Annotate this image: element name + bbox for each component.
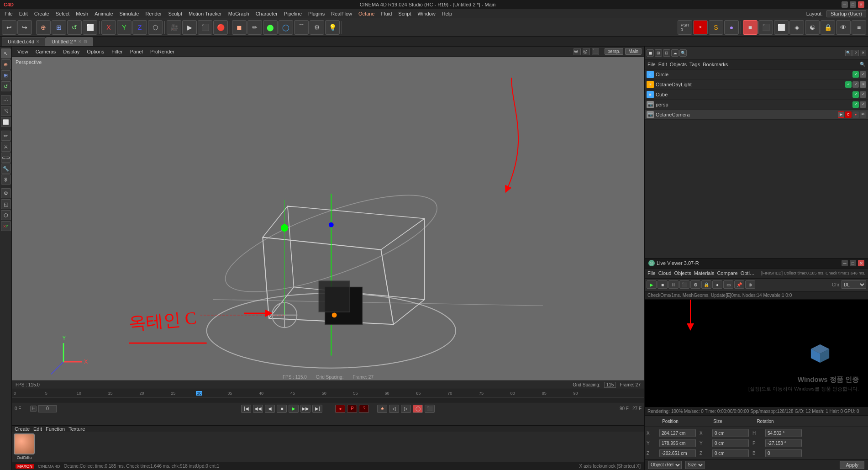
menu-fluid[interactable]: Fluid — [378, 10, 395, 17]
vp-prorender-menu[interactable]: ProRender — [147, 48, 177, 55]
plugin-btn[interactable]: ● — [724, 20, 739, 35]
y-axis[interactable]: Y — [117, 20, 132, 35]
menu-simulate[interactable]: Simulate — [117, 10, 142, 17]
lv-play-btn[interactable]: ▶ — [647, 280, 657, 289]
menu-window[interactable]: Window — [415, 10, 438, 17]
menu-script[interactable]: Script — [395, 10, 414, 17]
lt-bridge[interactable]: ⊂⊃ — [1, 153, 11, 163]
lt-magnet[interactable]: 🔧 — [1, 164, 11, 174]
mat-function[interactable]: Function — [46, 426, 65, 432]
render-region-btn[interactable]: ⬛ — [198, 20, 212, 35]
menu-plugins[interactable]: Plugins — [305, 10, 327, 17]
keyframe-del[interactable]: ◯ — [413, 405, 423, 413]
lv-compare-menu[interactable]: Compare — [717, 270, 737, 276]
lt-paint2[interactable]: ◱ — [1, 199, 11, 209]
persp-badge2[interactable]: ✓ — [860, 101, 866, 108]
menu-character[interactable]: Character — [253, 10, 280, 17]
lv-channel-select[interactable]: DL Beauty — [842, 280, 866, 289]
tab2-close[interactable]: ✕ — [78, 39, 82, 44]
camera-btn[interactable]: 🎥 — [167, 20, 181, 35]
material-item[interactable]: OctDiffu — [14, 433, 35, 460]
light-btn[interactable]: 💡 — [325, 20, 340, 35]
lv-sphere-btn[interactable]: ● — [712, 280, 722, 289]
tab-untitled2[interactable]: Untitled 2 * ✕ ⊟ — [46, 37, 93, 46]
lt-knife[interactable]: ⚔ — [1, 142, 11, 152]
dl-badge1[interactable]: ✓ — [845, 81, 852, 88]
menu-animate[interactable]: Animate — [92, 10, 116, 17]
menu-render[interactable]: Render — [142, 10, 164, 17]
lv-rect-btn[interactable]: ▭ — [723, 280, 733, 289]
camera-badge[interactable]: persp. — [605, 48, 624, 55]
redo-button[interactable]: ↪ — [17, 20, 32, 35]
tab-untitled1[interactable]: Untitled.c4d ✕ — [2, 37, 46, 46]
octcam-badge4[interactable]: 👁 — [860, 111, 866, 118]
lt-axes[interactable]: XY — [1, 221, 11, 231]
select-all-tool[interactable]: ⬜ — [83, 20, 97, 35]
y-size-input[interactable] — [712, 439, 749, 447]
obj-search-icon[interactable]: 🔍 — [845, 50, 852, 56]
more-btn[interactable]: ≡ — [852, 20, 866, 35]
lv-file-menu[interactable]: File — [647, 270, 656, 276]
menu-select[interactable]: Select — [53, 10, 73, 17]
cube-mode[interactable]: ◼ — [232, 20, 247, 35]
maximize-button[interactable]: □ — [850, 1, 856, 8]
lv-pin-btn[interactable]: 📌 — [734, 280, 744, 289]
main-badge[interactable]: Main — [625, 48, 642, 55]
lt-select[interactable]: ↖ — [1, 48, 11, 58]
lv-stop-btn[interactable]: ■ — [658, 280, 668, 289]
obj-search-btn[interactable]: 🔍 — [860, 62, 865, 67]
obj-tb3[interactable]: ⊟ — [663, 49, 670, 57]
spline-btn[interactable]: ⌒ — [294, 20, 309, 35]
object-mode-select[interactable]: Object (Rel — [648, 461, 682, 469]
octcam-badge1[interactable]: ▶ — [838, 111, 844, 118]
menu-octane[interactable]: Octane — [356, 10, 377, 17]
scale-tool[interactable]: ⊞ — [52, 20, 66, 35]
coord-system[interactable]: PSR0 — [678, 20, 692, 35]
lt-paint1[interactable]: ⚙ — [1, 188, 11, 198]
paint-btn[interactable]: ✏ — [247, 20, 262, 35]
lt-scale[interactable]: ⊞ — [1, 70, 11, 80]
obj-objects-menu[interactable]: Objects — [670, 62, 687, 67]
lv-minimize[interactable]: ─ — [842, 260, 848, 266]
y-rot-input[interactable] — [765, 439, 802, 447]
layout-dropdown[interactable]: Startup (User) — [826, 10, 866, 17]
record-pos[interactable]: P — [347, 405, 357, 413]
solo-btn[interactable]: ☯ — [805, 20, 820, 35]
vp-icon3[interactable]: ⬛ — [592, 48, 599, 55]
lv-settings-btn[interactable]: ⚙ — [690, 280, 700, 289]
tab1-close[interactable]: ✕ — [36, 39, 40, 44]
octcam-badge2[interactable]: C — [845, 111, 852, 118]
apply-button[interactable]: Apply — [840, 461, 864, 469]
material-swatch[interactable] — [14, 433, 35, 454]
edge-mode[interactable]: ⬛ — [758, 20, 773, 35]
lt-edges[interactable]: ◹ — [1, 106, 11, 116]
auto-key[interactable]: ⬛ — [425, 405, 435, 413]
obj-tb2[interactable]: ⊞ — [655, 49, 662, 57]
vp-cameras-menu[interactable]: Cameras — [33, 48, 59, 55]
x-rot-input[interactable] — [765, 429, 802, 437]
obj-close-icon[interactable]: ✕ — [860, 50, 866, 56]
move-tool[interactable]: ⊕ — [36, 20, 51, 35]
lock-btn[interactable]: 🔒 — [821, 20, 835, 35]
vp-icon2[interactable]: ◎ — [583, 48, 590, 55]
world-axis[interactable]: ⬡ — [148, 20, 163, 35]
rotate-tool[interactable]: ↺ — [67, 20, 82, 35]
menu-motion-tracker[interactable]: Motion Tracker — [186, 10, 225, 17]
obj-row-cube[interactable]: ■ Cube ✓ ✓ — [645, 90, 868, 100]
keyframe-prev[interactable]: ◁ — [389, 405, 399, 413]
minimize-button[interactable]: ─ — [842, 1, 848, 8]
dl-badge3[interactable]: ☀ — [860, 81, 866, 88]
vp-display-menu[interactable]: Display — [60, 48, 82, 55]
lt-paint3[interactable]: ⬡ — [1, 210, 11, 220]
persp-badge1[interactable]: ✓ — [852, 101, 859, 108]
close-button[interactable]: ✕ — [858, 1, 864, 8]
lv-lock-btn[interactable]: 🔒 — [701, 280, 711, 289]
obj-row-daylight[interactable]: ☀ OctaneDayLight ✓ ✓ ☀ — [645, 79, 868, 90]
circle-badge1[interactable]: ✓ — [852, 71, 859, 78]
size-mode-select[interactable]: Size — [685, 461, 705, 469]
undo-button[interactable]: ↩ — [2, 20, 16, 35]
cube-badge2[interactable]: ✓ — [860, 91, 866, 98]
lv-maximize[interactable]: □ — [850, 260, 856, 266]
go-start-btn[interactable]: |◀ — [241, 405, 251, 413]
sculpt-btn[interactable]: ⬤ — [263, 20, 278, 35]
